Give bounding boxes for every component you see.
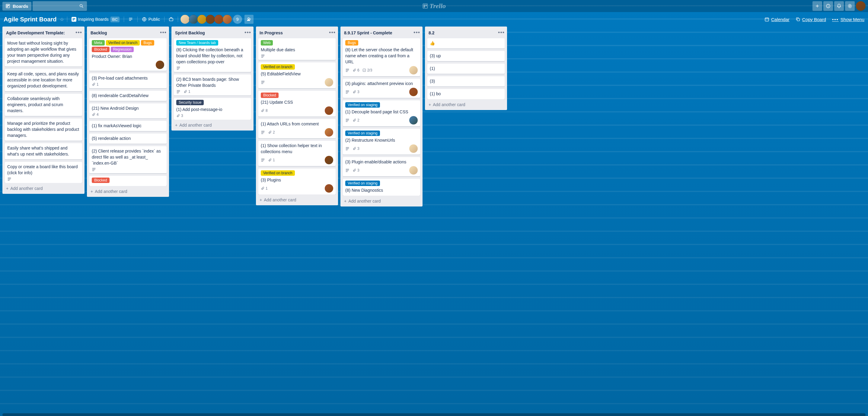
card[interactable]: (2) Client release provides `index` as d…	[89, 146, 166, 173]
team-link[interactable]: Inspiring Boards BC	[70, 15, 121, 24]
card-label[interactable]: Meta	[92, 40, 105, 45]
add-card-button[interactable]: +Add another card	[425, 99, 507, 110]
card-label[interactable]: Blocked	[92, 178, 110, 183]
briefcase-button[interactable]	[167, 16, 175, 23]
card[interactable]: Verified on branch(3) Plugins1	[258, 169, 336, 195]
info-button[interactable]	[823, 1, 833, 11]
card[interactable]: 👍	[427, 38, 505, 48]
user-avatar[interactable]	[856, 1, 866, 11]
card-member-avatar[interactable]	[156, 61, 164, 69]
list-menu-button[interactable]: •••	[329, 30, 336, 36]
card[interactable]: (2) BC3 team boards page: Show Other Pri…	[174, 74, 251, 96]
trello-logo[interactable]: Trello	[422, 2, 446, 10]
card[interactable]: New Team / boards tab(8) Clicking the co…	[174, 38, 251, 72]
card-member-avatar[interactable]	[409, 66, 418, 74]
card[interactable]: (3) Plugin enable/disable actions3	[343, 157, 420, 176]
card-label[interactable]: Web	[261, 40, 273, 45]
card-label[interactable]: Security Issue	[176, 100, 204, 105]
card[interactable]: Copy or create a board like this board (…	[5, 162, 82, 183]
card[interactable]: (3)	[427, 76, 505, 86]
member-avatar[interactable]	[189, 15, 198, 24]
card[interactable]: WebMultiple due dates	[258, 38, 336, 60]
card[interactable]: (21) New Android Design4	[89, 103, 166, 118]
card-label[interactable]: Bugs	[141, 40, 154, 45]
notifications-button[interactable]	[834, 1, 844, 11]
list-menu-button[interactable]: •••	[498, 30, 505, 36]
member-avatar[interactable]	[197, 15, 207, 24]
calendar-link[interactable]: Calendar	[765, 17, 789, 22]
board-canvas[interactable]: Agile Development Template:•••Move fast …	[0, 27, 868, 412]
card-label[interactable]: Verified on branch	[106, 40, 140, 45]
board-description-button[interactable]	[127, 16, 134, 23]
card[interactable]: (8) renderable CardDetailView	[89, 91, 166, 101]
settings-button[interactable]	[845, 1, 855, 11]
member-avatar[interactable]	[181, 15, 189, 24]
card[interactable]: (3) plugins: attachment preview icon3	[343, 79, 420, 98]
list-menu-button[interactable]: •••	[75, 30, 82, 36]
card[interactable]: (1) Show collection helper text in colle…	[258, 141, 336, 166]
card-member-avatar[interactable]	[325, 156, 333, 164]
add-card-button[interactable]: +Add another card	[2, 183, 85, 194]
list-menu-button[interactable]: •••	[413, 30, 420, 36]
boards-button[interactable]: Boards	[2, 2, 31, 10]
card[interactable]: Verified on branch(5) EditableFieldView	[258, 62, 336, 88]
list-title[interactable]: Sprint Backlog	[175, 30, 205, 35]
card[interactable]: Easily share what's shipped and what's u…	[5, 143, 82, 160]
copy-board-link[interactable]: Copy Board	[796, 17, 826, 22]
card[interactable]: (3) up	[427, 51, 505, 61]
card-label[interactable]: New Team / boards tab	[176, 40, 218, 45]
card-label[interactable]: Verified on staging	[345, 180, 380, 186]
card-member-avatar[interactable]	[409, 166, 418, 175]
board-title[interactable]: Agile Sprint Board	[4, 16, 57, 23]
list-title[interactable]: In Progress	[259, 30, 283, 35]
card[interactable]: (5) renderable action	[89, 134, 166, 144]
visibility-button[interactable]: Public	[141, 16, 161, 23]
card[interactable]: (1) bo	[427, 89, 505, 99]
card[interactable]: Verified on staging(1) Decouple board pa…	[343, 100, 420, 126]
card-member-avatar[interactable]	[409, 116, 418, 125]
add-card-button[interactable]: +Add another card	[256, 195, 338, 205]
card[interactable]: (1)	[427, 64, 505, 74]
card-member-avatar[interactable]	[409, 144, 418, 153]
star-icon[interactable]: ☆	[60, 16, 64, 22]
card-member-avatar[interactable]	[409, 88, 418, 96]
card[interactable]: Blocked(21) Update CSS8	[258, 91, 336, 117]
card-member-avatar[interactable]	[325, 78, 333, 86]
add-card-button[interactable]: +Add another card	[172, 120, 253, 131]
show-menu-link[interactable]: ••• Show Menu	[832, 17, 864, 22]
card-label[interactable]: Blocked	[92, 47, 110, 52]
card-label[interactable]: Verified on branch	[261, 170, 295, 176]
card-label[interactable]: Verified on staging	[345, 102, 380, 108]
add-card-button[interactable]: +Add another card	[340, 196, 423, 207]
card[interactable]: Verified on staging(8) New Diagnostics	[343, 179, 420, 196]
card[interactable]: (1) fix markAsViewed logic	[89, 121, 166, 131]
card-label[interactable]: Blocked	[261, 93, 279, 98]
create-button[interactable]	[812, 1, 822, 11]
card[interactable]: Move fast without losing sight by adopti…	[5, 38, 82, 67]
card-member-avatar[interactable]	[325, 184, 333, 193]
search-button[interactable]	[33, 1, 87, 11]
member-overflow-count[interactable]: 9	[233, 15, 242, 24]
card-label[interactable]: Regression	[111, 47, 134, 52]
card[interactable]: Security Issue(1) Add post-message-io3	[174, 98, 251, 120]
card[interactable]: Verified on staging(2) Restructure Known…	[343, 129, 420, 154]
card[interactable]: (1) Attach URLs from comment2	[258, 119, 336, 138]
add-card-button[interactable]: +Add another card	[87, 186, 169, 197]
horizontal-scrollbar[interactable]	[2, 413, 866, 416]
card-member-avatar[interactable]	[325, 106, 333, 115]
card-label[interactable]: Bugs	[345, 40, 358, 45]
list-title[interactable]: 8.9.17 Sprint - Complete	[344, 30, 392, 35]
card[interactable]: MetaVerified on branchBugsBlockedRegress…	[89, 38, 166, 71]
card[interactable]: (3) Pre-load card attachments1	[89, 73, 166, 88]
add-member-button[interactable]	[245, 15, 253, 24]
card[interactable]: Bugs(8) Let the server choose the defaul…	[343, 38, 420, 76]
card-label[interactable]: Verified on staging	[345, 131, 380, 136]
card[interactable]: Collaborate seamlessly with engineers, p…	[5, 94, 82, 116]
list-title[interactable]: Backlog	[91, 30, 107, 35]
card-member-avatar[interactable]	[325, 128, 333, 137]
member-avatar[interactable]	[223, 15, 232, 24]
member-avatar[interactable]	[214, 15, 223, 24]
card[interactable]: Keep all code, specs, and plans easily a…	[5, 69, 82, 91]
card[interactable]: Blocked	[89, 176, 166, 186]
list-menu-button[interactable]: •••	[245, 30, 251, 36]
